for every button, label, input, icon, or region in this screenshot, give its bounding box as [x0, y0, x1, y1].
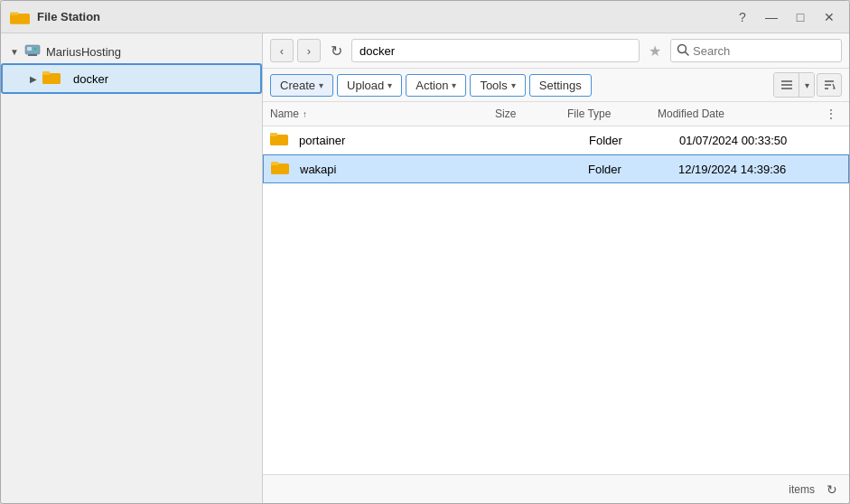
file-list-header: Name ↑ Size File Type Modified Date ⋮	[263, 102, 849, 126]
folder-icon	[42, 70, 61, 88]
favorite-button[interactable]: ★	[643, 39, 667, 62]
file-name: wakapi	[300, 163, 336, 176]
settings-label: Settings	[539, 79, 582, 92]
svg-rect-3	[28, 54, 37, 56]
sidebar-item-docker[interactable]: ▶ docker	[1, 63, 262, 94]
file-name-cell: portainer	[270, 131, 517, 149]
action-button[interactable]: Action ▾	[406, 74, 466, 97]
address-input[interactable]	[351, 39, 640, 62]
sidebar-item-label: docker	[73, 72, 108, 86]
sidebar-host: ▼ MariusHosting ▶	[1, 33, 262, 101]
list-view-button[interactable]	[774, 73, 799, 97]
tools-dropdown-arrow: ▾	[511, 80, 516, 90]
sidebar-host-label[interactable]: ▼ MariusHosting	[1, 41, 262, 63]
col-header-more[interactable]: ⋮	[820, 107, 842, 120]
svg-rect-7	[42, 71, 50, 75]
host-icon	[24, 44, 41, 60]
action-dropdown-arrow: ▾	[452, 80, 456, 90]
svg-rect-4	[27, 47, 32, 51]
svg-rect-19	[271, 162, 278, 165]
window-title: File Station	[37, 10, 732, 23]
maximize-button[interactable]: □	[789, 6, 811, 28]
window-controls: ? — □ ✕	[732, 6, 840, 28]
host-arrow-icon: ▼	[10, 47, 19, 57]
svg-rect-0	[10, 14, 30, 24]
create-label: Create	[280, 79, 315, 92]
file-date: 12/19/2024 14:39:36	[678, 163, 841, 176]
col-header-type[interactable]: File Type	[567, 107, 658, 120]
file-list: Name ↑ Size File Type Modified Date ⋮	[263, 102, 849, 474]
file-type: Folder	[589, 134, 679, 147]
create-dropdown-arrow: ▾	[319, 80, 323, 90]
main-layout: ▼ MariusHosting ▶	[1, 33, 849, 503]
app-icon	[10, 9, 30, 25]
forward-button[interactable]: ›	[297, 39, 321, 62]
create-button[interactable]: Create ▾	[270, 74, 333, 97]
folder-arrow-icon: ▶	[30, 74, 37, 84]
svg-rect-17	[270, 133, 277, 136]
view-dropdown-button[interactable]: ▾	[799, 73, 814, 97]
col-header-name[interactable]: Name ↑	[270, 107, 495, 120]
folder-icon	[271, 160, 289, 178]
tools-label: Tools	[480, 79, 507, 92]
toolbar-right: ▾	[773, 72, 842, 98]
folder-icon	[270, 131, 288, 149]
col-header-size[interactable]: Size	[495, 107, 567, 120]
addressbar: ‹ › ↻ ★	[263, 33, 849, 69]
svg-rect-1	[10, 12, 18, 14]
table-row[interactable]: portainer Folder 01/07/2024 00:33:50	[263, 126, 849, 154]
titlebar: File Station ? — □ ✕	[1, 1, 849, 33]
file-name: portainer	[299, 134, 345, 147]
file-type: Folder	[588, 163, 678, 176]
view-combo: ▾	[773, 72, 815, 98]
refresh-button[interactable]: ↻	[324, 39, 348, 62]
action-label: Action	[416, 79, 448, 92]
minimize-button[interactable]: —	[761, 6, 782, 28]
upload-label: Upload	[347, 79, 384, 92]
sidebar: ▼ MariusHosting ▶	[1, 33, 263, 503]
file-station-window: File Station ? — □ ✕ ▼	[0, 0, 850, 504]
sort-button[interactable]	[817, 73, 842, 97]
table-row[interactable]: wakapi Folder 12/19/2024 14:39:36	[263, 154, 849, 183]
items-label: items	[789, 483, 815, 496]
col-header-date[interactable]: Modified Date	[658, 107, 820, 120]
file-name-cell: wakapi	[271, 160, 516, 178]
close-button[interactable]: ✕	[818, 6, 840, 28]
search-box	[670, 39, 842, 62]
settings-button[interactable]: Settings	[529, 74, 592, 97]
tools-button[interactable]: Tools ▾	[470, 74, 525, 97]
back-button[interactable]: ‹	[270, 39, 294, 62]
toolbar: Create ▾ Upload ▾ Action ▾ Tools ▾ Setti…	[263, 69, 849, 102]
search-icon-button[interactable]	[677, 43, 689, 59]
content-area: ‹ › ↻ ★ Create	[263, 33, 849, 503]
host-name: MariusHosting	[46, 45, 121, 59]
upload-dropdown-arrow: ▾	[388, 80, 392, 90]
sort-arrow-icon: ↑	[303, 109, 307, 119]
svg-point-5	[33, 48, 36, 51]
statusbar-refresh-button[interactable]: ↻	[822, 480, 842, 499]
upload-button[interactable]: Upload ▾	[337, 74, 402, 97]
file-date: 01/07/2024 00:33:50	[679, 134, 842, 147]
help-button[interactable]: ?	[732, 6, 753, 28]
statusbar: items ↻	[263, 474, 849, 503]
search-input[interactable]	[693, 44, 836, 58]
svg-line-9	[686, 51, 689, 55]
